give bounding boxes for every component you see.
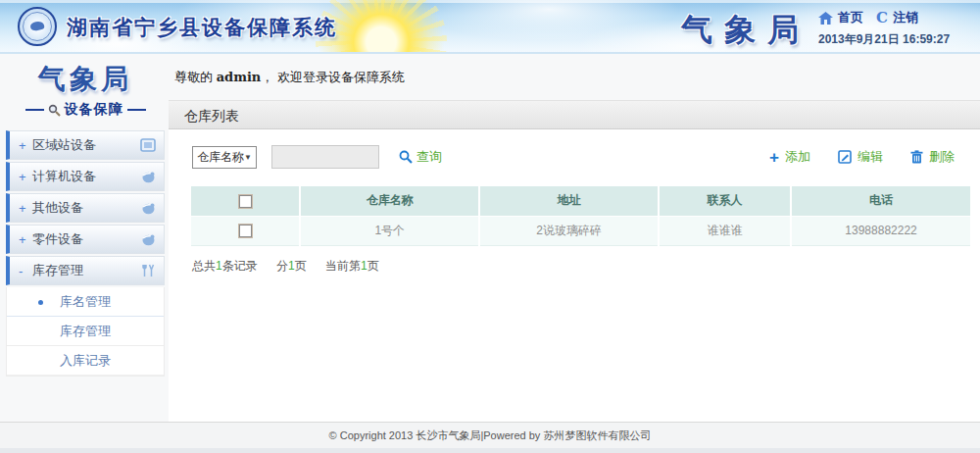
panel-title: 仓库列表	[169, 100, 980, 129]
home-icon[interactable]	[818, 12, 833, 25]
expand-plus-icon: +	[19, 170, 32, 184]
column-header-contact: 联系人	[659, 186, 791, 216]
tools-icon	[138, 264, 156, 277]
row-checkbox[interactable]	[239, 225, 252, 237]
column-header-address: 地址	[479, 186, 659, 216]
magnifier-icon	[399, 150, 413, 164]
sidebar-item-inbound-records[interactable]: 入库记录	[7, 346, 164, 376]
sidebar-menu: + 区域站设备 + 计算机设备 + 其他设备	[6, 130, 165, 377]
sidebar-item-other-equipment[interactable]: + 其他设备	[6, 193, 165, 223]
query-button[interactable]: 查询	[399, 148, 442, 166]
bureau-logo-icon	[18, 7, 57, 46]
tagline-rule-left	[25, 109, 44, 111]
mouse-icon	[138, 201, 156, 215]
delete-button[interactable]: 删除	[910, 148, 955, 166]
search-input[interactable]	[271, 145, 379, 169]
app-header: 湖南省宁乡县设备保障系统 气象局 首页 C 注销 2013年9月21日 16:5…	[0, 0, 980, 54]
column-header-name: 仓库名称	[300, 186, 479, 216]
plus-icon: +	[769, 149, 779, 166]
pencil-square-icon	[838, 150, 852, 164]
expand-plus-icon: +	[19, 232, 32, 247]
mouse-icon	[138, 232, 156, 246]
warehouse-list-panel: 仓库列表 仓库名称 ▼ 查询 + 添加	[169, 100, 980, 422]
welcome-message: 尊敬的 admin， 欢迎登录设备保障系统	[169, 54, 980, 86]
table-header-row: 仓库名称 地址 联系人 电话	[191, 186, 970, 216]
search-field-select[interactable]: 仓库名称 ▼	[192, 146, 257, 169]
warehouse-table: 仓库名称 地址 联系人 电话 1号个 2说玻璃碎碎 谁谁谁 1398888222…	[191, 186, 970, 246]
datetime-display: 2013年9月21日 16:59:27	[818, 31, 970, 48]
cell-warehouse-name: 1号个	[300, 216, 479, 245]
mouse-icon	[138, 170, 156, 183]
total-records-count: 1	[216, 259, 222, 273]
edit-button[interactable]: 编辑	[838, 148, 883, 166]
main-content: 尊敬的 admin， 欢迎登录设备保障系统 仓库列表 仓库名称 ▼ 查询	[169, 54, 980, 422]
monitor-icon	[138, 138, 156, 152]
active-bullet-icon	[38, 300, 43, 305]
sidebar-logo-title: 气象局	[6, 61, 165, 98]
total-pages-count: 1	[288, 259, 295, 273]
sidebar-item-computer-equipment[interactable]: + 计算机设备	[6, 162, 165, 191]
sidebar-item-warehouse-name-management[interactable]: 库名管理	[7, 287, 164, 317]
sidebar-item-parts-equipment[interactable]: + 零件设备	[6, 225, 165, 254]
copyright-text: © Copyright 2013 长沙市气象局|Powered by 苏州梦图软…	[329, 428, 652, 443]
chevron-down-icon: ▼	[244, 153, 252, 162]
cell-contact: 谁谁谁	[659, 216, 791, 245]
trash-icon	[910, 150, 923, 164]
current-username: admin	[217, 70, 262, 84]
footer-bottom-strip	[0, 448, 980, 453]
sidebar-tagline: 设备保障	[6, 101, 165, 119]
select-all-checkbox[interactable]	[239, 195, 252, 208]
sidebar-submenu-inventory: 库名管理 库存管理 入库记录	[6, 287, 165, 377]
sidebar-logo: 气象局 设备保障	[6, 57, 165, 119]
expand-plus-icon: +	[19, 138, 32, 153]
table-row[interactable]: 1号个 2说玻璃碎碎 谁谁谁 13988882222	[191, 216, 970, 245]
toolbar: 仓库名称 ▼ 查询 + 添加	[169, 129, 980, 180]
logout-link[interactable]: 注销	[893, 9, 918, 26]
refresh-c-icon[interactable]: C	[876, 9, 888, 26]
system-title: 湖南省宁乡县设备保障系统	[67, 14, 337, 41]
cell-phone: 13988882222	[791, 216, 970, 245]
pagination: 总共1条记录 分1页 当前第1页	[169, 246, 980, 275]
collapse-minus-icon: -	[19, 264, 32, 278]
tagline-rule-right	[127, 109, 146, 111]
cell-address: 2说玻璃碎碎	[479, 216, 659, 245]
footer: © Copyright 2013 长沙市气象局|Powered by 苏州梦图软…	[0, 422, 980, 453]
bureau-title: 气象局	[672, 9, 819, 52]
current-page-number: 1	[361, 259, 368, 273]
sidebar: 气象局 设备保障 + 区域站设备 +	[6, 57, 165, 377]
header-nav: 首页 C 注销 2013年9月21日 16:59:27	[818, 9, 970, 48]
sidebar-item-stock-management[interactable]: 库存管理	[7, 317, 164, 346]
sidebar-item-inventory-management[interactable]: - 库存管理	[6, 256, 165, 285]
column-header-phone: 电话	[791, 186, 970, 216]
magnifier-icon	[48, 104, 61, 117]
expand-plus-icon: +	[19, 201, 32, 216]
add-button[interactable]: + 添加	[769, 148, 810, 166]
home-link[interactable]: 首页	[838, 9, 863, 26]
sidebar-logo-subtitle: 设备保障	[65, 101, 123, 119]
sidebar-item-region-station-equipment[interactable]: + 区域站设备	[6, 130, 165, 160]
